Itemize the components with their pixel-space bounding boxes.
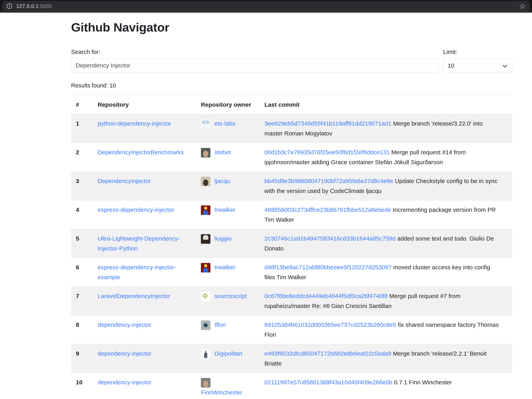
- commit-hash-link[interactable]: e493f9032dfcd65047172b682e8b6eaf22c5bda9: [264, 350, 391, 357]
- table-row: 3 DependencyInjector ljacqu bb45d9e3b986…: [71, 172, 512, 201]
- owner-avatar: [201, 320, 210, 330]
- owner-avatar: [201, 292, 210, 301]
- table-row: 1 python-dependency-injector ETS ets-lab…: [71, 114, 512, 143]
- row-number: 8: [71, 315, 93, 344]
- owner-avatar: [201, 148, 210, 157]
- owner-avatar: [201, 349, 210, 359]
- table-row: 4 express-dependency-injector trwalker 4…: [71, 201, 512, 229]
- table-row: 5 Ultra-Lightweight-Dependency-Injector-…: [71, 229, 512, 258]
- row-number: 10: [71, 373, 93, 399]
- table-row: 7 LaravelDependencyInjector sourcescript…: [71, 287, 512, 315]
- row-number: 5: [71, 229, 93, 258]
- commit-hash-link[interactable]: d48f13be8ac712abf80bbeeee5f120227d253097: [264, 264, 392, 270]
- col-header-repo: Repository: [93, 95, 196, 114]
- url-text: 127.0.0.1:5000: [16, 3, 52, 9]
- col-header-owner: Repository owner: [196, 95, 260, 114]
- row-number: 2: [71, 143, 93, 172]
- repo-link[interactable]: DependencyInjector: [98, 178, 151, 184]
- repo-link[interactable]: dependency-injector: [98, 321, 151, 328]
- owner-avatar: [201, 177, 210, 186]
- owner-link[interactable]: ets-labs: [214, 120, 235, 127]
- owner-avatar: ETS: [201, 119, 210, 129]
- commit-hash-link[interactable]: 3ee629eb5d7349d55f41b119aff81dd219071a01: [264, 120, 392, 127]
- commit-hash-link[interactable]: 69105384b61032d000365ee737cd2523b260c8e5: [264, 321, 396, 328]
- owner-avatar: [201, 378, 210, 387]
- row-number: 3: [71, 172, 93, 201]
- commit-hash-link[interactable]: 02111997e57c85801368f43a10d45f409e266e0b: [264, 379, 393, 386]
- page-content: Github Navigator Search for: Limit: 10 R…: [71, 20, 512, 399]
- search-input[interactable]: [71, 59, 439, 72]
- page-title: Github Navigator: [71, 20, 512, 34]
- owner-link[interactable]: FinnWinchester: [201, 389, 242, 396]
- col-header-commit: Last commit: [260, 95, 512, 114]
- address-bar[interactable]: 127.0.0.1:5000 ☆: [2, 1, 530, 11]
- repo-link[interactable]: dependency-injector: [98, 379, 151, 386]
- row-number: 1: [71, 114, 93, 143]
- owner-link[interactable]: trwalker: [214, 206, 235, 213]
- table-row: 8 dependency-injector tflori 69105384b61…: [71, 315, 512, 344]
- repo-link[interactable]: express-dependency-injector: [98, 206, 174, 213]
- owner-avatar: [201, 205, 210, 215]
- repo-link[interactable]: python-dependency-injector: [98, 120, 171, 127]
- info-icon[interactable]: [6, 3, 12, 9]
- table-header-row: # Repository Repository owner Last commi…: [71, 95, 512, 114]
- limit-select[interactable]: 10: [443, 59, 512, 72]
- table-row: 6 express-dependency-injector-example tr…: [71, 258, 512, 287]
- results-table: # Repository Repository owner Last commi…: [71, 95, 512, 399]
- search-label: Search for:: [71, 49, 439, 55]
- owner-avatar: [201, 234, 210, 244]
- commit-hash-link[interactable]: 468856003c273dffce23b86791fbbe512a8ebede: [264, 206, 391, 213]
- owner-link[interactable]: trwalker: [214, 264, 235, 270]
- results-count: Results found: 10: [71, 82, 512, 89]
- owner-link[interactable]: liuggio: [214, 235, 232, 242]
- repo-link[interactable]: LaravelDependencyInjector: [98, 293, 170, 299]
- bookmark-star-icon[interactable]: ☆: [519, 2, 526, 10]
- row-number: 6: [71, 258, 93, 287]
- row-number: 7: [71, 287, 93, 315]
- row-number: 9: [71, 344, 93, 373]
- commit-message: 0.7.1 Finn Winchester: [394, 379, 452, 386]
- commit-hash-link[interactable]: 00d2b3c7e76935d76f25ee50f6d1f2ef6ddce131: [264, 149, 390, 155]
- repo-link[interactable]: DependencyInjectorBenchmarks: [98, 149, 184, 155]
- search-form: Search for: Limit: 10: [71, 49, 512, 72]
- row-number: 4: [71, 201, 93, 229]
- limit-label: Limit:: [443, 49, 512, 55]
- owner-link[interactable]: stebet: [214, 149, 231, 155]
- repo-link[interactable]: Ultra-Lightweight-Dependency-Injector-Py…: [98, 235, 180, 252]
- repo-link[interactable]: dependency-injector: [98, 350, 151, 357]
- owner-avatar: [201, 263, 210, 272]
- table-row: 10 dependency-injector FinnWinchester 02…: [71, 373, 512, 399]
- owner-link[interactable]: Digipolitan: [214, 350, 242, 357]
- owner-link[interactable]: tflori: [214, 321, 226, 328]
- browser-chrome: 127.0.0.1:5000 ☆: [0, 0, 532, 13]
- col-header-num: #: [71, 95, 93, 114]
- repo-link[interactable]: express-dependency-injector-example: [98, 264, 176, 280]
- table-row: 2 DependencyInjectorBenchmarks stebet 00…: [71, 143, 512, 172]
- commit-hash-link[interactable]: 0c67f6be8eddcd4449eb4044f5df0ca26f4740f8: [264, 293, 388, 299]
- owner-link[interactable]: ljacqu: [214, 178, 230, 184]
- commit-hash-link[interactable]: bb45d9e3b98608047190bf72a95fa9a37d8c4e9e: [264, 178, 393, 184]
- owner-link[interactable]: sourcescript: [214, 293, 247, 299]
- commit-hash-link[interactable]: 2c30746c1a91b4947583416c833b1644a85c759d: [264, 235, 396, 242]
- table-row: 9 dependency-injector Digipolitan e493f9…: [71, 344, 512, 373]
